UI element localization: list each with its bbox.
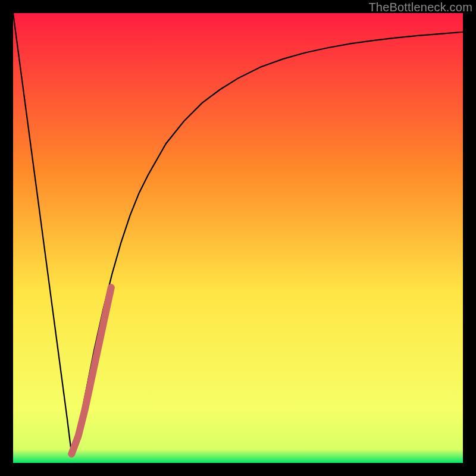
watermark-label: TheBottleneck.com bbox=[368, 1, 472, 14]
gradient-background bbox=[13, 13, 463, 463]
chart-svg bbox=[13, 13, 463, 463]
plot-area bbox=[13, 13, 463, 463]
chart-frame: TheBottleneck.com bbox=[0, 0, 476, 476]
